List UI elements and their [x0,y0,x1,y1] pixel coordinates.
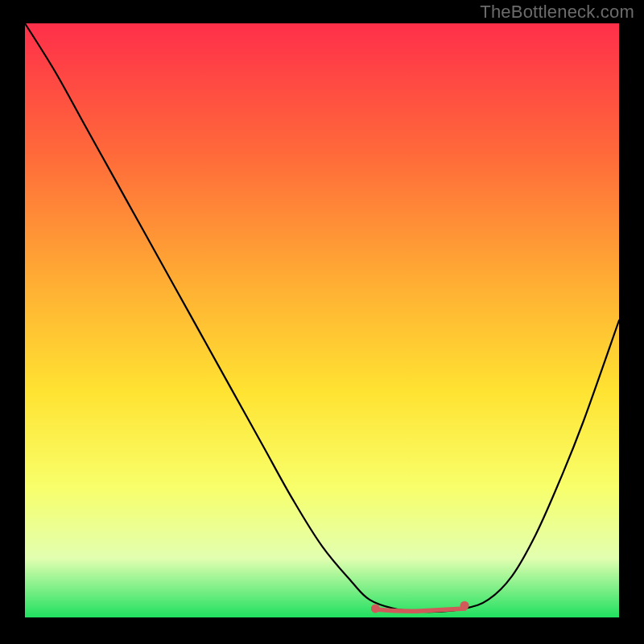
chart-container: TheBottleneck.com [0,0,644,644]
watermark-text: TheBottleneck.com [480,2,634,23]
plot-background [25,23,619,617]
optimal-flat-segment [375,609,464,611]
flat-marker-start [371,604,380,613]
bottleneck-chart [0,0,644,644]
flat-marker-end [460,601,469,610]
